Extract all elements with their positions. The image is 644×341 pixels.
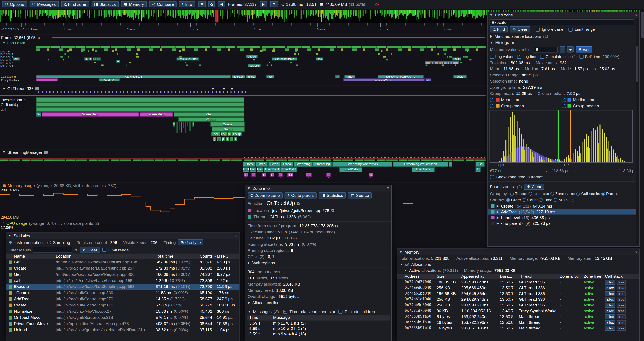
histogram-plot[interactable] xyxy=(490,110,637,163)
collapse-icon[interactable]: ▼ xyxy=(2,150,6,154)
callstack-free-button[interactable]: free xyxy=(617,320,626,325)
memory-titlebar[interactable]: ▼ Memory × xyxy=(397,249,639,255)
collapse-icon[interactable]: ▼ xyxy=(248,310,251,313)
callstack-alloc-button[interactable]: alloc xyxy=(605,285,616,290)
timeline-zone[interactable]: E xyxy=(116,60,120,63)
timeline-zone[interactable]: GLThread 336 xyxy=(36,75,231,78)
stats-row[interactable]: Executejni/../jni/src/claw/base/LuaScrip… xyxy=(6,284,240,290)
clear-found-button[interactable]: ⊘Clear xyxy=(524,184,544,190)
timeline-zone[interactable] xyxy=(36,107,244,112)
reset-button[interactable]: Reset xyxy=(576,47,592,53)
timeline-zone[interactable]: Queue xyxy=(210,122,245,126)
timeline-zone[interactable]: LoiU xyxy=(220,132,227,136)
frame-set-button[interactable]: ▼ xyxy=(270,1,278,8)
timeline-zone[interactable]: audios xyxy=(246,55,258,58)
filter-input[interactable] xyxy=(33,247,72,253)
timeline-zone[interactable]: audio.service (effect) xyxy=(425,61,459,64)
column-header-counts[interactable]: Counts ▼ xyxy=(200,254,217,258)
callstack-alloc-button[interactable]: alloc xyxy=(605,291,616,296)
collapse-icon[interactable]: ▼ xyxy=(404,269,407,272)
message-dots-row[interactable] xyxy=(36,90,246,93)
help-icon[interactable]: (?) xyxy=(517,184,522,189)
timeline-zone[interactable]: Strea xyxy=(281,162,293,167)
frame-label[interactable]: Frame 32,661 (6.05 s) xyxy=(1,35,40,40)
collapse-icon[interactable]: ▼ xyxy=(2,41,6,45)
sort-by-radio-count[interactable] xyxy=(522,198,526,202)
expand-icon[interactable]: ▶ xyxy=(496,204,499,208)
callstack-alloc-button[interactable]: alloc xyxy=(605,280,616,285)
timeline-zone[interactable]: Ci xyxy=(306,173,312,177)
timeline-zone[interactable]: Ti xyxy=(335,75,340,78)
allocations-list-toggle[interactable]: ▶Allocations list xyxy=(245,299,392,306)
group-by-radio-thread[interactable] xyxy=(510,192,514,196)
timeline-zone[interactable]: LoaU xyxy=(211,132,220,136)
memory-row[interactable]: 0x7531d7b04096 KB1:10 234,952,16112:40.7… xyxy=(397,308,639,314)
column-header-call-stack[interactable]: Call stack xyxy=(605,274,623,278)
expand-icon[interactable]: ▶ xyxy=(490,35,492,38)
timeline-zone[interactable]: ( xyxy=(234,137,238,141)
callstack-alloc-button[interactable]: alloc xyxy=(605,297,616,302)
collapse-icon[interactable]: ▼ xyxy=(399,250,402,254)
callstack-free-button[interactable]: free xyxy=(617,291,626,296)
close-icon[interactable]: × xyxy=(235,233,238,238)
group-by-radio-parent[interactable] xyxy=(602,192,605,196)
timeline-zone[interactable]: ( xyxy=(213,137,216,141)
timing-combo[interactable]: Self only▼ xyxy=(178,239,203,245)
timeline-zone[interactable]: c xyxy=(88,58,92,60)
timeline-zone[interactable] xyxy=(36,98,244,102)
timeline-zone[interactable]: C xyxy=(252,173,256,177)
timeline-zone[interactable]: LoUp xyxy=(232,132,242,136)
sort-by-radio-order[interactable] xyxy=(506,198,510,202)
cpu-data-header[interactable]: ▼CPU data xyxy=(2,41,25,45)
callstack-alloc-button[interactable]: alloc xyxy=(605,314,616,319)
timeline-zone[interactable]: |- xyxy=(230,137,233,141)
clear-filter-button[interactable]: ⊘Clear xyxy=(80,247,100,253)
copy-icon[interactable]: ⧉ xyxy=(297,201,300,206)
column-header-zone-free[interactable]: Zone free xyxy=(584,274,602,278)
timeline-zone[interactable]: Queue xyxy=(212,127,245,131)
timeline-zone[interactable]: |E xyxy=(222,137,225,141)
timeline-zone[interactable]: C xyxy=(369,173,373,177)
timeline-zone[interactable]: ( xyxy=(226,137,229,141)
callstack-free-button[interactable]: free xyxy=(617,314,626,319)
timeline-zone[interactable]: Strea xyxy=(256,162,268,167)
timeline-zone[interactable]: aut xyxy=(13,58,20,60)
timeline-zone[interactable] xyxy=(178,122,180,130)
timeline-zone[interactable]: mi:t xyxy=(452,58,461,60)
callstack-alloc-button[interactable]: alloc xyxy=(605,326,616,331)
location-value[interactable]: jni/../jni/src/guif/Screen.cpp:278 xyxy=(272,208,329,213)
find-zone-titlebar[interactable]: ▼ Find zone × xyxy=(488,12,639,18)
timeline-zone[interactable]: Strea xyxy=(268,162,281,167)
memory-row[interactable]: 0x74ab1ef040256 KB294,629,948ns13:50.7GL… xyxy=(397,297,639,302)
timeline-zone[interactable]: C xyxy=(262,173,266,177)
found-zone-row[interactable]: ▶Create(54,131)643.34 ms xyxy=(488,203,639,209)
timeline-zone[interactable]: audio.se xyxy=(232,75,245,78)
column-header-size[interactable]: Size xyxy=(437,274,444,278)
sampling-radio[interactable] xyxy=(47,241,51,244)
source-button[interactable]: ▤Source xyxy=(348,192,372,199)
callstack-free-button[interactable]: free xyxy=(617,280,626,285)
cpu-usage-header[interactable]: ◔CPU usage(y-range: 0.78%, visible data … xyxy=(2,221,99,225)
toolbar-mag-button[interactable] xyxy=(208,1,214,8)
callstack-free-button[interactable]: free xyxy=(617,326,626,331)
decrease-button[interactable]: - xyxy=(560,47,565,53)
stats-row[interactable]: ~Controljni/../jni/src/guif/Control.cpp:… xyxy=(6,290,240,296)
glthread-header[interactable]: ▼GLThread 336 xyxy=(2,86,39,91)
column-header-zone-alloc[interactable]: Zone alloc xyxy=(560,274,579,278)
memory-row[interactable]: 0x7553b9fa9016 bytes153,722,396ns13:50.8… xyxy=(397,320,639,325)
timeline-zone[interactable]: U xyxy=(476,167,480,172)
timeline-zone[interactable]: LoadDaU xyxy=(280,167,297,172)
callstack-alloc-button[interactable]: alloc xyxy=(605,308,616,313)
group-by-radio-call-stacks[interactable] xyxy=(576,192,580,196)
close-icon[interactable]: × xyxy=(634,13,637,17)
timeline-zone[interactable]: C xyxy=(326,173,330,177)
memory-row[interactable]: 0x74ab9e5040256 KB293,994,219ns13:50.7GL… xyxy=(397,302,639,308)
column-header-mtpc[interactable]: MTPC xyxy=(217,254,229,258)
legend-checkbox[interactable] xyxy=(562,98,566,102)
close-icon[interactable]: × xyxy=(634,250,637,254)
timeline-zone[interactable]: Ci xyxy=(288,173,293,177)
callstack-free-button[interactable]: free xyxy=(617,297,626,302)
message-row[interactable]: 5.59 smip 9 w 4 h 4 (16) xyxy=(247,331,390,336)
expand-icon[interactable]: ▶ xyxy=(496,210,499,213)
timeline-zone[interactable]: LoadData xyxy=(339,167,362,172)
